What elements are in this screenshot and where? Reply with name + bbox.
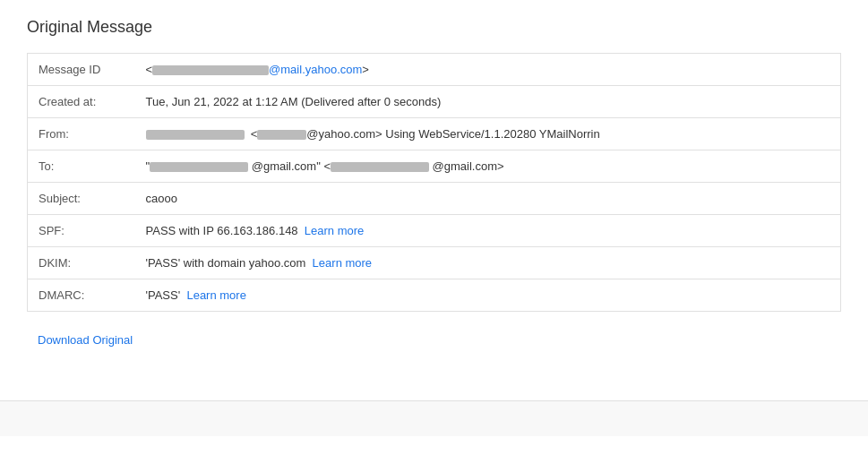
blurred-to-addr xyxy=(331,162,429,172)
value-dmarc: 'PASS' Learn more xyxy=(135,279,841,312)
table-row: SPF: PASS with IP 66.163.186.148 Learn m… xyxy=(28,215,841,247)
label-created-at: Created at: xyxy=(28,86,135,118)
dkim-learn-more-link[interactable]: Learn more xyxy=(313,256,372,270)
blurred-from-name xyxy=(146,130,245,140)
value-spf: PASS with IP 66.163.186.148 Learn more xyxy=(135,215,841,247)
table-row: DMARC: 'PASS' Learn more xyxy=(28,279,841,312)
spf-value: PASS with IP 66.163.186.148 xyxy=(146,224,298,237)
blurred-to-name xyxy=(150,162,248,172)
blurred-from-user xyxy=(257,130,306,140)
value-to: " @gmail.com" < @gmail.com> xyxy=(135,150,841,183)
dmarc-learn-more-link[interactable]: Learn more xyxy=(186,288,245,302)
dmarc-value: 'PASS' xyxy=(146,288,181,302)
spf-learn-more-link[interactable]: Learn more xyxy=(305,224,364,237)
label-to: To: xyxy=(28,150,135,183)
download-original-button[interactable]: Download Original xyxy=(38,333,133,347)
value-created-at: Tue, Jun 21, 2022 at 1:12 AM (Delivered … xyxy=(135,86,841,118)
bottom-bar xyxy=(0,400,868,436)
table-row: Subject: caooo xyxy=(28,183,841,215)
value-message-id: <@mail.yahoo.com> xyxy=(135,54,841,86)
label-subject: Subject: xyxy=(28,183,135,215)
label-dkim: DKIM: xyxy=(28,247,135,279)
value-dkim: 'PASS' with domain yahoo.com Learn more xyxy=(135,247,841,279)
label-spf: SPF: xyxy=(28,215,135,247)
page-container: Original Message Message ID <@mail.yahoo… xyxy=(0,0,868,374)
value-from: <@yahoo.com> Using WebService/1.1.20280 … xyxy=(135,118,841,150)
table-row: From: <@yahoo.com> Using WebService/1.1.… xyxy=(28,118,841,150)
info-table: Message ID <@mail.yahoo.com> Created at:… xyxy=(27,53,841,312)
table-row: Message ID <@mail.yahoo.com> xyxy=(28,54,841,86)
label-dmarc: DMARC: xyxy=(28,279,135,312)
dkim-value: 'PASS' with domain yahoo.com xyxy=(146,256,306,270)
blurred-message-id xyxy=(152,65,269,75)
table-row: To: " @gmail.com" < @gmail.com> xyxy=(28,150,841,183)
table-row: DKIM: 'PASS' with domain yahoo.com Learn… xyxy=(28,247,841,279)
table-row: Created at: Tue, Jun 21, 2022 at 1:12 AM… xyxy=(28,86,841,118)
value-subject: caooo xyxy=(135,183,841,215)
label-from: From: xyxy=(28,118,135,150)
label-message-id: Message ID xyxy=(28,54,135,86)
page-title: Original Message xyxy=(27,18,841,37)
download-section: Download Original xyxy=(27,312,841,356)
